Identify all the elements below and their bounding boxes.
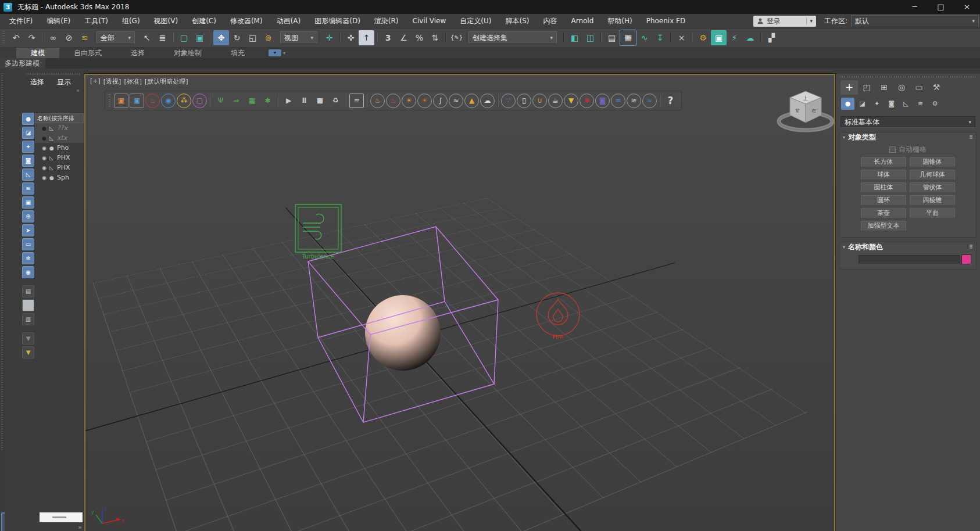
select-object-button[interactable]: ↖ <box>139 30 155 45</box>
object-type-button[interactable]: 圆锥体 <box>910 157 955 167</box>
viewport-label-menu[interactable]: [+] <box>90 77 101 86</box>
render-production-button[interactable]: ⚡ <box>727 30 742 45</box>
category-geometry[interactable]: ● <box>841 98 854 110</box>
select-by-name-button[interactable]: ≣ <box>155 30 170 45</box>
phx-node-tree[interactable]: Ψ <box>213 94 228 108</box>
scrollbar-thumb[interactable] <box>52 516 66 518</box>
menu-item[interactable]: 工具(T) <box>77 14 115 28</box>
preset-clouds[interactable]: ☁ <box>480 94 495 108</box>
window-crossing-button[interactable]: ▣ <box>192 30 208 45</box>
object-type-button[interactable]: 四棱锥 <box>910 195 955 206</box>
sign-in-button[interactable]: 登录 ▾ <box>753 16 816 27</box>
menu-item[interactable]: Phoenix FD <box>639 14 693 28</box>
filter-config[interactable]: ▼ <box>22 332 34 345</box>
object-type-rollout-header[interactable]: ▾ 对象类型 ⠿ <box>840 132 976 142</box>
filter-visibility[interactable]: ◉ <box>22 266 34 278</box>
filter-funnel[interactable]: ▼ <box>22 346 34 358</box>
filter-geometry[interactable]: ● <box>22 113 34 125</box>
scene-row-hidden-1[interactable]: ● ◺ ??x <box>35 123 84 133</box>
scene-row-hidden-2[interactable]: ● ◺ xtx <box>35 133 84 143</box>
visibility-eye-icon[interactable]: ◉ <box>42 155 49 161</box>
preset-coffee[interactable]: ☕ <box>548 94 563 108</box>
overflow-chevron-icon[interactable]: » <box>78 523 82 531</box>
phx-fire-simulator[interactable]: ▣ <box>114 94 128 108</box>
angle-snap-toggle[interactable]: ∠ <box>396 30 412 45</box>
scene-explorer-menu[interactable]: 显示 <box>57 77 71 87</box>
name-column-header[interactable]: 名称(按升序排 <box>35 113 84 123</box>
filter-groups[interactable]: ▣ <box>22 196 34 209</box>
preset-ocean[interactable]: ≈ <box>642 94 657 108</box>
preset-candle[interactable]: ▲ <box>464 94 479 108</box>
ribbon-minimize-dropdown[interactable]: ▾ ▾ <box>269 49 285 56</box>
filter-xrefs[interactable]: ⊕ <box>22 210 34 223</box>
select-and-move-button[interactable]: ✥ <box>213 30 229 45</box>
preset-water-drops[interactable]: ∵ <box>501 94 516 108</box>
unlink-selection-button[interactable]: ⊘ <box>61 30 77 45</box>
curve-editor-button[interactable]: ∿ <box>636 30 652 45</box>
filter-blank[interactable] <box>22 299 34 311</box>
menu-item[interactable]: Arnold <box>564 14 600 28</box>
category-cameras[interactable]: ◙ <box>885 98 898 110</box>
render-in-cloud-button[interactable]: ☁ <box>742 30 758 45</box>
phx-liquid-source[interactable]: ◉ <box>161 94 176 108</box>
preset-milk[interactable]: ▯ <box>517 94 531 108</box>
ribbon-tab[interactable]: 建模 <box>16 48 59 58</box>
category-shapes[interactable]: ◪ <box>856 98 869 110</box>
object-type-button[interactable]: 平面 <box>910 208 955 218</box>
redo-button[interactable]: ↷ <box>24 30 40 45</box>
filter-lights[interactable]: ✦ <box>22 141 34 153</box>
perspective-viewport[interactable]: [+][透视][标准][默认明暗处理] ▣▣♨◉⁂▢Ψ⇒▦✱▶Ⅱ■♻≡♨♨☀☀∫… <box>84 74 835 531</box>
phx-delete-cache-button[interactable]: ♻ <box>328 94 343 108</box>
preset-campfire[interactable]: ♨ <box>370 94 385 108</box>
preset-fountain[interactable]: ♒ <box>611 94 625 108</box>
preset-beer[interactable]: ∪ <box>532 94 547 108</box>
object-color-swatch[interactable] <box>961 254 971 264</box>
use-pivot-center-button[interactable]: ✛ <box>321 30 337 45</box>
visibility-eye-icon[interactable]: ◉ <box>42 145 49 151</box>
undo-button[interactable]: ↶ <box>8 30 24 45</box>
phx-pause-button[interactable]: Ⅱ <box>297 94 312 108</box>
menu-item[interactable]: 帮助(H) <box>600 14 639 28</box>
viewport-label-menu[interactable]: [标准] <box>124 77 142 86</box>
phx-follow-path[interactable]: ⇒ <box>229 94 244 108</box>
subcategory-dropdown[interactable]: 标准基本体 ▾ <box>840 116 975 128</box>
filter-shapes[interactable]: ◪ <box>22 127 34 139</box>
toolbar-grip[interactable] <box>109 94 110 107</box>
preset-smoke-trail[interactable]: ≈ <box>449 94 463 108</box>
object-type-button[interactable]: 圆柱体 <box>861 182 906 193</box>
category-systems[interactable]: ⚙ <box>928 98 942 110</box>
align-button[interactable]: ◫ <box>582 30 598 45</box>
filter-cameras[interactable]: ◙ <box>22 155 34 167</box>
toggle-scene-explorer-button[interactable]: ▦ <box>620 30 636 46</box>
category-helpers[interactable]: ◺ <box>899 98 913 110</box>
menu-item[interactable]: 创建(C) <box>185 14 223 28</box>
category-lights[interactable]: ✦ <box>870 98 884 110</box>
phx-liquid-simulator[interactable]: ▣ <box>130 94 144 108</box>
tab-display[interactable]: ▭ <box>910 80 928 95</box>
visibility-eye-icon[interactable]: ● <box>42 135 49 141</box>
named-selection-sets-dropdown[interactable]: 创建选择集 ▾ <box>468 31 557 44</box>
preset-ink[interactable]: ◙ <box>595 94 610 108</box>
edit-named-selection-sets-button[interactable]: {✎} <box>449 30 464 45</box>
filter-helpers[interactable]: ◺ <box>22 168 34 181</box>
minimize-button[interactable]: ─ <box>902 0 928 14</box>
menu-item[interactable]: 视图(V) <box>147 14 185 28</box>
render-setup-button[interactable]: ⚙ <box>695 30 711 45</box>
percent-snap-toggle[interactable]: % <box>412 30 427 45</box>
phx-stop-button[interactable]: ■ <box>313 94 327 108</box>
select-and-link-button[interactable]: ∞ <box>45 30 61 45</box>
tab-modify[interactable]: ◰ <box>858 80 875 95</box>
select-and-rotate-button[interactable]: ↻ <box>229 30 245 45</box>
category-spacewarps[interactable]: ≋ <box>914 98 927 110</box>
name-color-rollout-header[interactable]: ▾ 名称和颜色 ⠿ <box>840 242 976 252</box>
object-type-button[interactable]: 茶壶 <box>861 208 906 218</box>
phx-burst[interactable]: ✱ <box>260 94 275 108</box>
selection-filter-dropdown[interactable]: 全部 ▾ <box>96 31 135 44</box>
menu-item[interactable]: 脚本(S) <box>498 14 536 28</box>
preset-honey[interactable]: ▼ <box>564 94 578 108</box>
phx-play-button[interactable]: ▶ <box>281 94 296 108</box>
close-button[interactable]: × <box>954 0 980 14</box>
schematic-view-button[interactable]: × <box>674 30 689 45</box>
workspace-dropdown[interactable]: 默认 ▾ <box>851 15 979 27</box>
toggle-ribbon-button[interactable]: ↧ <box>652 30 668 45</box>
